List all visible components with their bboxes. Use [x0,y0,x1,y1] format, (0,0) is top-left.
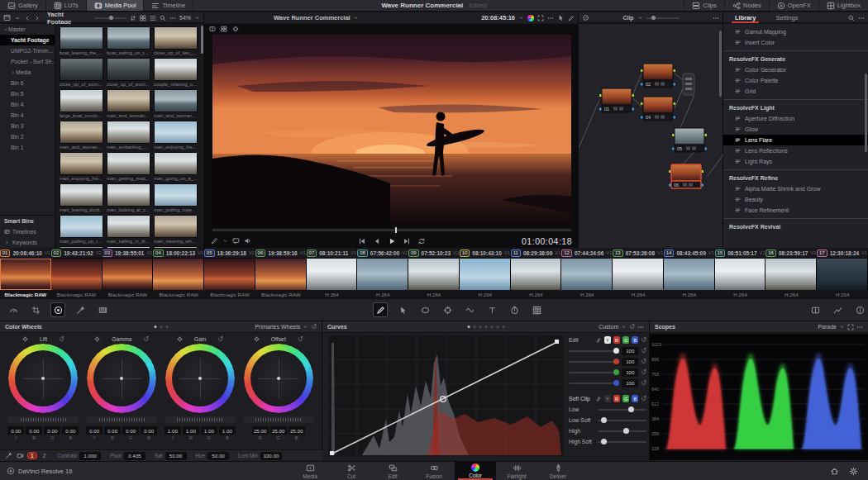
media-clip[interactable]: close_up_of_wom... [58,57,105,88]
soft-clip-reset-icon[interactable]: ↺ [641,396,646,402]
channel-button-Y[interactable]: Y [604,336,611,344]
channel-gain-slider[interactable] [569,383,619,384]
wheel-target-icon[interactable] [22,336,28,342]
timeline-clip-info[interactable]: 0619:38:59:16V1 [255,248,307,258]
timeline-clip-info[interactable]: 0518:36:29:18V2 [204,248,255,258]
edit-reset-icon[interactable]: ↺ [641,337,646,344]
pagination-dot[interactable] [479,326,481,328]
channel-button-R[interactable]: R [613,336,620,344]
slider-dot[interactable] [623,428,629,434]
wheel-value[interactable]: 0.00 [122,426,139,435]
wheel-page-2[interactable]: 2 [41,453,49,459]
channel-button-G[interactable]: G [622,336,629,344]
node-01[interactable]: 01 [599,88,634,112]
fx-panel-scrollbar[interactable] [865,74,867,152]
media-clip[interactable]: man_and_woman... [58,120,105,151]
media-clip[interactable]: man_steering_wh... [152,214,199,245]
timeline-clip-thumbnail[interactable] [51,259,103,290]
adjustment-value[interactable]: 1.000 [79,452,101,460]
node-06[interactable]: 06 [669,164,703,188]
timeline-clip-info[interactable]: 1712:30:18:24V1 [817,248,868,258]
timeline-clip-info[interactable]: 1307:53:26:08V1 [613,248,664,258]
timeline-clip-thumbnail[interactable] [307,259,358,290]
fx-item-beauty[interactable]: Beauty [723,194,868,205]
expand-icon[interactable] [537,15,544,21]
record-dot-icon[interactable] [51,303,64,316]
viewer-scrubber[interactable] [212,229,571,231]
sidebar-bin-bin-2[interactable]: Bin 2 [0,131,55,142]
sidebar-bin-bin-4[interactable]: Bin 4 [0,110,55,121]
channel-gain-slider[interactable] [569,350,619,352]
wheel-value[interactable]: 0.00 [62,426,79,435]
fx-item-grid[interactable]: Grid [723,86,868,97]
wheel-target-icon[interactable] [177,336,183,342]
chevron-down-icon[interactable] [222,238,228,244]
fx-item-alpha-matte-shrink-and-grow[interactable]: Alpha Matte Shrink and Grow [723,183,868,194]
channel-gain-value[interactable]: 100 [622,347,638,355]
timeline-clip-info[interactable]: 0219:43:21:02V2 [51,248,103,258]
text-icon[interactable] [485,303,498,316]
timeline-clip-thumbnail[interactable] [255,259,307,290]
sidebar-timelines[interactable]: Timelines [0,226,55,237]
ellipse-icon[interactable] [418,303,432,316]
playhead[interactable] [395,227,397,233]
timeline-clip-info[interactable]: 1108:29:38:09V1 [511,248,562,258]
soft-clip-channel-B[interactable]: B [632,395,638,402]
node-mode-label[interactable]: Clip [622,15,633,21]
media-clip[interactable]: large_boat_movin... [58,88,105,120]
chevron-down-icon[interactable] [194,15,200,21]
fx-item-light-rays[interactable]: Light Rays [723,156,868,167]
media-clip[interactable]: man_pulling_rope... [152,183,199,214]
search-icon[interactable] [848,15,855,21]
media-clip[interactable]: couple_relaxing_o... [152,57,199,88]
target-icon[interactable] [582,14,589,21]
channel-gain-value[interactable]: 100 [622,358,638,366]
slider-dot[interactable] [628,406,634,412]
media-clip[interactable]: man_and_woman... [105,88,152,120]
timeline-clip-info[interactable]: 0418:00:22:13V1 [153,248,204,258]
jump-last-button[interactable] [403,237,411,245]
annotate-icon[interactable] [211,237,218,245]
media-clip[interactable]: man_enjoying_his... [152,120,199,151]
onion-icon[interactable] [232,26,239,32]
pointer-icon[interactable] [557,14,565,21]
master-wheel-slider[interactable] [165,416,236,423]
chevron-down-icon[interactable] [518,15,524,21]
forward-icon[interactable] [34,15,41,21]
project-manager-icon[interactable] [830,467,839,476]
channel-gain-value[interactable]: 100 [622,368,638,377]
media-clip[interactable]: man_sailing_in_th... [105,214,152,245]
media-clip[interactable]: man_getting_read... [105,151,152,183]
node-graph-scrollbar[interactable] [719,31,722,97]
sidebar-bin-master[interactable]: Master [0,24,55,35]
slider-knob[interactable] [651,16,656,20]
media-clip[interactable]: man_going_on_a_... [152,151,199,183]
step-back-button[interactable] [373,237,381,245]
timeline-clip-thumbnail[interactable] [103,259,154,290]
curves-pagination-dots[interactable] [467,326,504,328]
fx-item-lens-reflections[interactable]: Lens Reflections [723,145,868,156]
fx-item-invert-color[interactable]: Invert Color [723,37,868,48]
wheel-reset-icon[interactable]: ↺ [298,336,303,343]
link-icon[interactable] [595,337,602,344]
graph-icon[interactable] [831,303,844,316]
sidebar-bin-yacht-footage[interactable]: Yacht Footage [0,35,55,45]
wheel-value[interactable]: 0.00 [26,426,42,435]
fx-item-color-palette[interactable]: Color Palette [723,75,868,86]
slider-dot[interactable] [613,359,619,364]
node-zoom-slider[interactable] [646,17,680,19]
split-screen-icon[interactable] [808,303,822,316]
page-button-fusion[interactable]: Fusion [413,462,455,480]
wheel-ring[interactable] [87,344,156,413]
list-view-icon[interactable] [150,15,156,21]
link-icon[interactable] [595,396,602,402]
audio-icon[interactable] [244,237,251,245]
back-icon[interactable] [24,15,31,21]
channel-reset-icon[interactable]: ↺ [641,380,646,387]
slider-dot[interactable] [601,439,607,444]
pen-icon[interactable] [568,15,575,21]
channel-reset-icon[interactable]: ↺ [641,348,646,354]
marker-icon[interactable] [232,237,240,245]
page-button-media[interactable]: Media [289,462,331,480]
wheel-ring[interactable] [8,344,78,413]
